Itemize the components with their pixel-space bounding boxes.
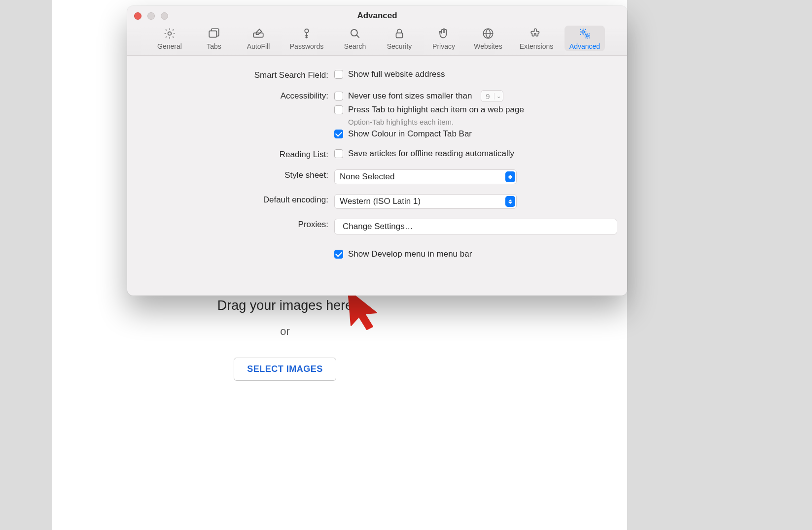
accessibility-label: Accessibility: [137, 90, 334, 101]
tab-extensions[interactable]: Extensions [512, 26, 561, 51]
font-size-value: 9 [481, 92, 494, 100]
search-icon [348, 27, 362, 40]
puzzle-icon [530, 27, 543, 40]
drop-zone-heading: Drag your images here [216, 298, 354, 313]
tab-search[interactable]: Search [335, 26, 375, 51]
pencil-field-icon [251, 27, 265, 40]
hand-icon [437, 27, 451, 40]
show-full-address-text: Show full website address [348, 69, 445, 79]
font-size-stepper[interactable]: 9 ⌄ [481, 90, 503, 102]
tab-label: AutoFill [247, 42, 270, 50]
tab-passwords[interactable]: Passwords [282, 26, 331, 51]
show-develop-menu-checkbox[interactable] [334, 250, 343, 259]
style-sheet-label: Style sheet: [137, 169, 334, 180]
tab-label: Extensions [520, 42, 553, 50]
show-full-address-checkbox[interactable] [334, 70, 343, 79]
tab-label: Security [387, 42, 412, 50]
window-titlebar: Advanced [127, 6, 627, 26]
tab-tabs[interactable]: Tabs [194, 26, 234, 51]
select-images-button[interactable]: SELECT IMAGES [234, 358, 336, 381]
svg-point-7 [582, 31, 584, 33]
tab-label: Passwords [290, 42, 323, 50]
preferences-window: Advanced General Tabs AutoFill Passwords… [127, 6, 627, 296]
press-tab-text: Press Tab to highlight each item on a we… [348, 105, 524, 115]
never-font-smaller-text: Never use font sizes smaller than [348, 91, 472, 101]
svg-point-0 [168, 32, 172, 35]
empty-label [137, 249, 334, 250]
globe-icon [481, 27, 495, 40]
tab-privacy[interactable]: Privacy [424, 26, 464, 51]
tab-label: Privacy [432, 42, 455, 50]
reading-list-label: Reading List: [137, 149, 334, 160]
gear-icon [163, 27, 177, 40]
tab-label: Tabs [207, 42, 221, 50]
never-font-smaller-checkbox[interactable] [334, 92, 343, 100]
tabs-icon [207, 27, 221, 40]
show-colour-tab-bar-text: Show Colour in Compact Tab Bar [348, 129, 472, 139]
press-tab-checkbox[interactable] [334, 105, 343, 114]
show-colour-tab-bar-checkbox[interactable] [334, 130, 343, 138]
lock-icon [392, 27, 406, 40]
save-offline-text: Save articles for offline reading automa… [348, 149, 514, 159]
show-develop-menu-text: Show Develop menu in menu bar [348, 249, 472, 259]
tab-websites[interactable]: Websites [468, 26, 508, 51]
double-gear-icon [578, 27, 592, 40]
tab-security[interactable]: Security [379, 26, 420, 51]
chevron-down-icon[interactable]: ⌄ [494, 93, 503, 99]
save-offline-checkbox[interactable] [334, 149, 343, 158]
key-icon [300, 27, 314, 40]
preferences-toolbar: General Tabs AutoFill Passwords Search S… [127, 26, 627, 56]
change-settings-button[interactable]: Change Settings… [334, 219, 617, 234]
drop-zone[interactable]: Drag your images here or SELECT IMAGES [216, 298, 354, 381]
proxies-label: Proxies: [137, 219, 334, 230]
default-encoding-label: Default encoding: [137, 194, 334, 205]
drop-zone-or: or [216, 325, 354, 338]
svg-point-4 [351, 30, 357, 36]
svg-rect-5 [396, 33, 403, 38]
default-encoding-select[interactable]: Western (ISO Latin 1) [334, 194, 517, 209]
tab-label: Websites [474, 42, 502, 50]
option-tab-hint: Option-Tab highlights each item. [334, 118, 617, 126]
tab-advanced[interactable]: Advanced [565, 26, 605, 51]
tab-label: Advanced [569, 42, 600, 50]
svg-rect-1 [209, 31, 216, 37]
style-sheet-value: None Selected [340, 172, 395, 182]
tab-general[interactable]: General [149, 26, 190, 51]
svg-point-3 [305, 29, 309, 33]
tab-autofill[interactable]: AutoFill [238, 26, 279, 51]
svg-point-8 [586, 35, 588, 37]
tab-label: Search [344, 42, 366, 50]
tab-label: General [157, 42, 182, 50]
updown-caret-icon [505, 171, 515, 182]
updown-caret-icon [505, 196, 515, 207]
window-title: Advanced [127, 11, 627, 21]
smart-search-label: Smart Search Field: [137, 69, 334, 80]
advanced-pane: Smart Search Field: Show full website ad… [127, 56, 627, 273]
style-sheet-select[interactable]: None Selected [334, 169, 517, 184]
default-encoding-value: Western (ISO Latin 1) [340, 197, 421, 206]
svg-rect-2 [253, 33, 263, 37]
